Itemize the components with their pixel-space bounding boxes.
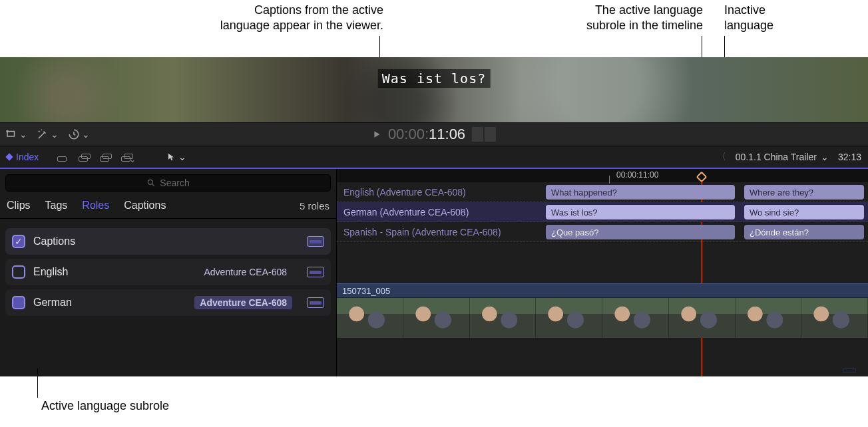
caption-clip-es-1[interactable]: ¿Que pasó? (546, 225, 735, 239)
timeline-toolbar: Index ⌄ 〈 00.1.1 China Trailer ⌄ 32:13 (0, 146, 868, 169)
timeline-gap (337, 242, 868, 283)
index-tabs: Clips Tags Roles Captions 5 roles (0, 197, 336, 219)
primary-storyline[interactable]: 150731_005 (337, 283, 868, 338)
filmstrip-thumbnail (536, 298, 602, 338)
format-badge-german: Adventure CEA-608 (194, 296, 292, 309)
format-badge-english: Adventure CEA-608 (198, 265, 292, 279)
search-icon (146, 178, 156, 188)
tab-captions[interactable]: Captions (124, 200, 166, 212)
timeline[interactable]: 00:00:11:00 | English (Adventure CEA-608… (337, 169, 868, 376)
viewer-video-still (0, 57, 868, 122)
caption-lane-spanish[interactable]: Spanish - Spain (Adventure CEA-608) ¿Que… (337, 222, 868, 242)
role-row-german[interactable]: German Adventure CEA-608 (5, 289, 331, 316)
annotation-inactive-language: Inactive language (724, 3, 788, 34)
caption-lane-german[interactable]: German (Adventure CEA-608) Was ist los? … (337, 202, 868, 222)
svg-rect-1 (7, 130, 9, 132)
svg-rect-0 (7, 132, 15, 137)
lane-toggle-icon[interactable] (307, 297, 324, 308)
filmstrip-thumbnail (337, 298, 403, 338)
filmstrip-thumbnail (801, 298, 868, 338)
video-clip-label[interactable]: 150731_005 (337, 283, 868, 298)
lane-toggle-icon[interactable] (307, 267, 324, 277)
svg-point-4 (148, 180, 153, 184)
filmstrip-thumbnail (669, 298, 736, 338)
connect-clip-buttons (56, 151, 134, 163)
annotation-active-subrole-index: Active language subrole (41, 399, 169, 413)
enhance-tool[interactable]: ⌄ (37, 128, 59, 140)
viewer-caption-overlay: Was ist los? (378, 69, 491, 88)
checkbox-captions[interactable]: ✓ (12, 235, 25, 248)
history-back-button[interactable]: 〈 (717, 151, 726, 163)
dropdown-chevron-icon: ⌄ (51, 129, 59, 140)
tab-roles[interactable]: Roles (82, 200, 109, 212)
project-name-dropdown[interactable]: 00.1.1 China Trailer ⌄ (736, 152, 829, 162)
insert-clip-button[interactable] (77, 151, 92, 163)
timeline-ruler[interactable]: 00:00:11:00 | (337, 169, 868, 182)
svg-point-3 (41, 130, 43, 131)
caption-clip-en-1[interactable]: What happened? (546, 185, 735, 200)
diamond-icon (5, 153, 13, 160)
caption-lane-english[interactable]: English (Adventure CEA-608) What happene… (337, 182, 868, 202)
caption-clip-de-2[interactable]: Wo sind sie? (744, 205, 864, 219)
timecode-display[interactable]: 00:00:11:06 (372, 126, 496, 143)
retime-tool[interactable]: ⌄ (68, 128, 90, 140)
dropdown-chevron-icon: ⌄ (82, 129, 90, 140)
caption-clip-de-1[interactable]: Was ist los? (546, 205, 735, 219)
append-clip-button[interactable] (99, 151, 113, 163)
annotation-viewer-caption: Captions from the active language appear… (130, 3, 383, 34)
viewer[interactable]: Was ist los? (0, 57, 868, 122)
filmstrip-thumbnail (470, 298, 537, 338)
overwrite-clip-button[interactable] (120, 151, 134, 163)
tab-tags[interactable]: Tags (45, 200, 68, 212)
caption-clip-es-2[interactable]: ¿Dónde están? (744, 225, 864, 239)
role-row-captions[interactable]: ✓ Captions (5, 228, 331, 255)
roles-list: ✓ Captions English Adventure CEA-608 Ger… (0, 219, 336, 316)
caption-lanes: English (Adventure CEA-608) What happene… (337, 182, 868, 242)
transform-tool[interactable]: ⌄ (5, 128, 27, 140)
svg-point-2 (39, 130, 40, 132)
roles-count: 5 roles (300, 200, 329, 212)
connect-clip-button[interactable] (56, 151, 71, 163)
play-icon (372, 126, 381, 143)
checkbox-english[interactable] (12, 265, 25, 279)
lane-toggle-icon[interactable] (307, 236, 324, 247)
project-duration: 32:13 (838, 152, 861, 162)
role-row-english[interactable]: English Adventure CEA-608 (5, 259, 331, 285)
dropdown-chevron-icon: ⌄ (821, 152, 829, 162)
index-toggle-button[interactable]: Index (7, 152, 51, 162)
ruler-tick-label: 00:00:11:00 (616, 170, 658, 180)
viewer-toolbar: ⌄ ⌄ ⌄ 00:00:11:06 (0, 122, 868, 146)
dropdown-chevron-icon: ⌄ (178, 152, 186, 162)
filmstrip-thumbnail (736, 298, 802, 338)
index-panel: Search Clips Tags Roles Captions 5 roles… (0, 169, 337, 376)
search-input[interactable]: Search (5, 174, 331, 192)
app-frame: Was ist los? ⌄ ⌄ ⌄ 00:00:11:06 Index (0, 57, 868, 376)
dropdown-chevron-icon: ⌄ (19, 129, 27, 140)
checkbox-german[interactable] (12, 296, 25, 309)
marker-region-icon[interactable] (843, 368, 856, 372)
audio-meter (472, 127, 496, 142)
select-tool[interactable]: ⌄ (166, 151, 186, 163)
video-filmstrip[interactable] (337, 298, 868, 338)
filmstrip-thumbnail (602, 298, 669, 338)
tab-clips[interactable]: Clips (7, 200, 31, 212)
caption-clip-en-2[interactable]: Where are they? (744, 185, 864, 200)
annotation-active-subrole-timeline: The active language subrole in the timel… (510, 3, 703, 34)
filmstrip-thumbnail (403, 298, 470, 338)
